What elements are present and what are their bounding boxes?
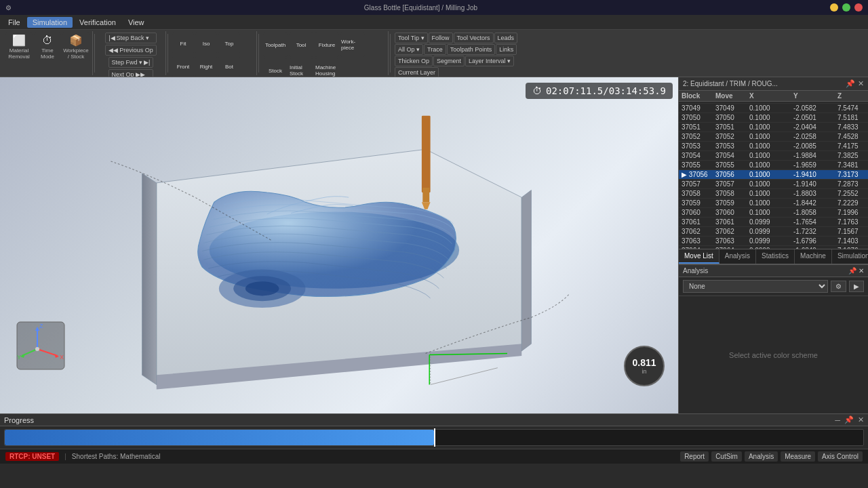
progress-minimize-button[interactable]: ─ bbox=[835, 416, 840, 424]
row-block: 37049 bbox=[682, 104, 715, 112]
window-controls[interactable] bbox=[830, 3, 863, 12]
row-z: 7.2873 bbox=[837, 180, 868, 188]
links-button[interactable]: Links bbox=[496, 44, 517, 55]
workpiece-button[interactable]: 📦 Workpiece/ Stock bbox=[62, 33, 90, 62]
follow-button[interactable]: Follow bbox=[429, 33, 453, 43]
row-z: 7.2552 bbox=[837, 190, 868, 197]
move-list-row[interactable]: 37062 37062 0.0999 -1.7232 7.1567 bbox=[679, 227, 868, 237]
axis-control-tab[interactable]: Axis Control bbox=[818, 451, 863, 462]
view-fit-button[interactable]: Fit bbox=[172, 33, 194, 54]
view-isometric-button[interactable]: Iso bbox=[195, 33, 217, 54]
thicken-op-button[interactable]: Thicken Op bbox=[395, 56, 433, 66]
tab-move-list[interactable]: Move List bbox=[679, 249, 719, 264]
row-x: 0.1000 bbox=[749, 190, 793, 197]
svg-text:Z: Z bbox=[39, 323, 43, 329]
time-mode-button[interactable]: ⏱ TimeMode bbox=[34, 33, 61, 62]
maximize-button[interactable] bbox=[842, 3, 850, 12]
next-op-button[interactable]: Next Op ▶▶ bbox=[108, 69, 154, 77]
rtcp-status: RTCP: UNSET bbox=[5, 452, 59, 461]
tool-vectors-button[interactable]: Tool Vectors bbox=[454, 33, 494, 43]
analysis-run-button[interactable]: ▶ bbox=[849, 281, 864, 292]
row-x: 0.1000 bbox=[749, 133, 793, 140]
move-list-row[interactable]: 37058 37058 0.1000 -1.8803 7.2552 bbox=[679, 189, 868, 199]
move-list-row[interactable]: 37051 37051 0.1000 -2.0404 7.4833 bbox=[679, 123, 868, 132]
move-list-row[interactable]: 37053 37053 0.1000 -2.0085 7.4175 bbox=[679, 142, 868, 151]
move-list-body[interactable]: 37047 37047 0.1011 -2.0673 7.5556 37048 … bbox=[679, 102, 868, 249]
row-block: 37052 bbox=[682, 133, 715, 140]
tab-statistics[interactable]: Statistics bbox=[756, 249, 795, 264]
minimize-button[interactable] bbox=[830, 3, 838, 12]
tab-simulation[interactable]: Simulation bbox=[832, 249, 868, 264]
close-button[interactable] bbox=[854, 3, 863, 12]
layer-interval-button[interactable]: Layer Interval ▾ bbox=[465, 56, 514, 66]
row-y: -1.8803 bbox=[793, 190, 837, 197]
analysis-close-button[interactable]: ✕ bbox=[859, 267, 864, 274]
svg-rect-9 bbox=[422, 116, 431, 192]
toolpath-points-button[interactable]: Toolpath Points bbox=[447, 44, 496, 55]
row-x: 0.1000 bbox=[749, 142, 793, 150]
fixture-button[interactable]: Fixture bbox=[315, 33, 339, 57]
material-removal-button[interactable]: ⬜ MaterialRemoval bbox=[5, 33, 33, 62]
row-move: 37058 bbox=[715, 190, 749, 197]
analysis-pin-button[interactable]: 📌 bbox=[848, 267, 856, 274]
view-front-button[interactable]: Front bbox=[172, 56, 194, 77]
row-z: 7.1996 bbox=[837, 209, 868, 216]
row-x: 0.1000 bbox=[749, 171, 793, 178]
move-list-row[interactable]: 37052 37052 0.1000 -2.0258 7.4528 bbox=[679, 132, 868, 142]
cutsim-tab[interactable]: CutSim bbox=[711, 451, 742, 462]
path-type-status: Shortest Paths: Mathematical bbox=[72, 453, 161, 460]
measure-tab[interactable]: Measure bbox=[781, 451, 815, 462]
move-list-row[interactable]: 37059 37059 0.1000 -1.8442 7.2229 bbox=[679, 199, 868, 208]
current-layer-button[interactable]: Current Layer bbox=[395, 67, 439, 77]
analysis-settings-button[interactable]: ⚙ bbox=[831, 281, 846, 292]
previous-op-button[interactable]: ◀◀ Previous Op bbox=[105, 45, 157, 56]
right-panel: 2: Equidistant / TRIM / ROUG... 📌 ✕ Bloc… bbox=[678, 77, 868, 413]
move-list-row[interactable]: 37050 37050 0.1000 -2.0501 7.5181 bbox=[679, 113, 868, 123]
analysis-tab[interactable]: Analysis bbox=[745, 451, 778, 462]
row-move: 37060 bbox=[715, 209, 749, 216]
initial-stock-button[interactable]: Initial Stock bbox=[289, 58, 313, 77]
view-right-button[interactable]: Right bbox=[195, 56, 217, 77]
tool-tip-button[interactable]: Tool Tip ▾ bbox=[395, 33, 428, 43]
3d-viewport[interactable]: ⏱ 02:07:11.5/03:14:53.9 Z X Y bbox=[0, 77, 678, 413]
progress-bar-container[interactable] bbox=[4, 429, 864, 446]
step-fwd-button[interactable]: Step Fwd ▾ ▶| bbox=[108, 57, 154, 68]
move-list-row[interactable]: ▶ 37056 37056 0.1000 -1.9410 7.3173 bbox=[679, 170, 868, 180]
progress-pin-button[interactable]: 📌 bbox=[844, 415, 854, 424]
all-op-button[interactable]: All Op ▾ bbox=[395, 44, 423, 55]
row-y: -2.0635 bbox=[793, 102, 837, 102]
move-list-row[interactable]: 37055 37055 0.1000 -1.9659 7.3481 bbox=[679, 161, 868, 170]
menu-file[interactable]: File bbox=[3, 17, 26, 28]
row-move: 37061 bbox=[715, 218, 749, 226]
view-bottom-button[interactable]: Bot bbox=[218, 56, 240, 77]
menu-view[interactable]: View bbox=[123, 17, 150, 28]
panel-pin-button[interactable]: 📌 bbox=[846, 79, 855, 88]
step-back-button[interactable]: |◀ Step Back ▾ bbox=[105, 33, 157, 43]
move-list-row[interactable]: 37061 37061 0.0999 -1.7654 7.1763 bbox=[679, 218, 868, 227]
leads-button[interactable]: Leads bbox=[494, 33, 518, 43]
menu-verification[interactable]: Verification bbox=[74, 17, 121, 28]
report-tab[interactable]: Report bbox=[680, 451, 709, 462]
move-list-row[interactable]: 37063 37063 0.0999 -1.6796 7.1403 bbox=[679, 237, 868, 246]
row-block: 37063 bbox=[682, 237, 715, 245]
move-list-row[interactable]: 37054 37054 0.1000 -1.9884 7.3825 bbox=[679, 151, 868, 161]
move-list-row[interactable]: 37060 37060 0.1000 -1.8058 7.1996 bbox=[679, 208, 868, 218]
trace-button[interactable]: Trace bbox=[424, 44, 446, 55]
stock-button[interactable]: Stock bbox=[263, 58, 288, 77]
segment-button[interactable]: Segment bbox=[433, 56, 465, 66]
view-top-button[interactable]: Top bbox=[218, 33, 240, 54]
move-list-row[interactable]: 37049 37049 0.1000 -2.0582 7.5474 bbox=[679, 104, 868, 113]
panel-close-button[interactable]: ✕ bbox=[858, 79, 864, 88]
workpiece-vis-button[interactable]: Work-piece bbox=[340, 33, 365, 57]
tool-button[interactable]: Tool bbox=[289, 33, 313, 57]
toolpath-button[interactable]: Toolpath bbox=[263, 33, 288, 57]
progress-close-button[interactable]: ✕ bbox=[858, 415, 864, 424]
tab-machine[interactable]: Machine bbox=[795, 249, 832, 264]
move-list-row[interactable]: 37057 37057 0.1000 -1.9140 7.2873 bbox=[679, 180, 868, 189]
tab-analysis[interactable]: Analysis bbox=[719, 249, 756, 264]
analysis-dropdown[interactable]: None Curvature Draft Angle Thickness bbox=[683, 280, 828, 293]
machine-housing-button[interactable]: Machine Housing bbox=[315, 58, 339, 77]
menu-simulation[interactable]: Simulation bbox=[27, 17, 73, 28]
toolbar-section-material: ⬜ MaterialRemoval ⏱ TimeMode 📦 Workpiece… bbox=[3, 31, 93, 75]
row-z: 7.5474 bbox=[837, 104, 868, 112]
